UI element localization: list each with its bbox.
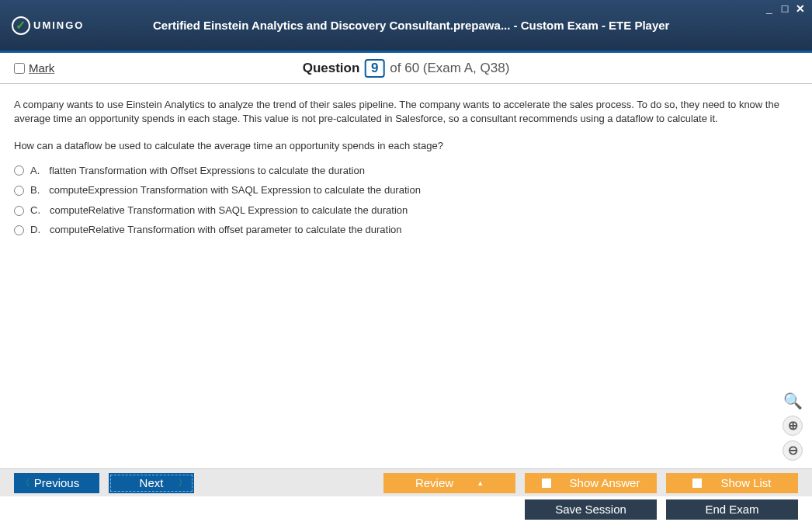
- show-answer-label: Show Answer: [570, 476, 640, 489]
- zoom-in-icon[interactable]: ⊕: [783, 416, 803, 436]
- question-number[interactable]: 9: [365, 59, 384, 78]
- question-content: A company wants to use Einstein Analytic…: [0, 84, 812, 468]
- next-label: Next: [140, 476, 164, 489]
- app-logo: ✓ UMINGO: [12, 16, 84, 35]
- search-icon[interactable]: 🔍: [783, 391, 803, 411]
- chevron-right-icon: 〉: [178, 476, 188, 490]
- window-title: Certified Einstein Analytics and Discove…: [115, 19, 707, 32]
- previous-button[interactable]: 〈 Previous: [14, 473, 99, 493]
- show-list-label: Show List: [720, 476, 771, 489]
- question-suffix: of 60 (Exam A, Q38): [390, 61, 509, 75]
- option-text: flatten Transformation with Offset Expre…: [49, 164, 365, 178]
- question-indicator: Question 9 of 60 (Exam A, Q38): [303, 59, 510, 78]
- nav-button-bar: 〈 Previous Next 〉 Review Show Answer Sho…: [0, 468, 812, 496]
- option-a[interactable]: A. flatten Transformation with Offset Ex…: [14, 164, 798, 178]
- zoom-controls: 🔍 ⊕ ⊖: [783, 391, 803, 461]
- save-session-button[interactable]: Save Session: [525, 499, 657, 520]
- question-prompt: How can a dataflow be used to calculate …: [14, 139, 798, 153]
- option-text: computeRelative Transformation with SAQL…: [50, 204, 408, 218]
- question-header-bar: Mark Question 9 of 60 (Exam A, Q38): [0, 53, 812, 84]
- mark-checkbox[interactable]: [14, 63, 25, 74]
- end-exam-button[interactable]: End Exam: [666, 499, 798, 520]
- option-radio[interactable]: [14, 206, 24, 216]
- option-letter: C.: [30, 204, 40, 218]
- option-radio[interactable]: [14, 186, 24, 196]
- minimize-icon[interactable]: _: [764, 3, 775, 14]
- option-b[interactable]: B. computeExpression Transformation with…: [14, 183, 798, 197]
- maximize-icon[interactable]: □: [779, 3, 790, 14]
- option-text: computeRelative Transformation with offs…: [50, 223, 402, 237]
- option-radio[interactable]: [14, 225, 24, 235]
- close-icon[interactable]: ✕: [795, 3, 806, 14]
- option-text: computeExpression Transformation with SA…: [49, 183, 421, 197]
- zoom-out-icon[interactable]: ⊖: [783, 440, 803, 461]
- end-exam-label: End Exam: [705, 503, 758, 516]
- mark-label: Mark: [29, 61, 54, 75]
- logo-check-icon: ✓: [12, 16, 30, 35]
- show-list-button[interactable]: Show List: [666, 473, 798, 493]
- review-button[interactable]: Review: [383, 473, 515, 493]
- mark-checkbox-container[interactable]: Mark: [14, 61, 54, 75]
- option-letter: D.: [30, 223, 40, 237]
- question-label: Question: [303, 61, 360, 75]
- option-letter: B.: [30, 183, 40, 197]
- logo-text: UMINGO: [33, 19, 84, 31]
- option-radio[interactable]: [14, 165, 24, 176]
- show-answer-checkbox[interactable]: [542, 478, 551, 488]
- options-list: A. flatten Transformation with Offset Ex…: [14, 164, 798, 237]
- show-answer-button[interactable]: Show Answer: [525, 473, 657, 493]
- window-controls: _ □ ✕: [764, 3, 806, 14]
- session-button-bar: Save Session End Exam: [0, 496, 812, 522]
- option-d[interactable]: D. computeRelative Transformation with o…: [14, 223, 798, 237]
- option-c[interactable]: C. computeRelative Transformation with S…: [14, 204, 798, 218]
- option-letter: A.: [30, 164, 40, 178]
- show-list-checkbox[interactable]: [692, 478, 702, 488]
- previous-label: Previous: [34, 476, 79, 489]
- chevron-left-icon: 〈: [20, 476, 30, 490]
- save-session-label: Save Session: [555, 503, 626, 516]
- question-body: A company wants to use Einstein Analytic…: [14, 98, 798, 125]
- title-bar: _ □ ✕ ✓ UMINGO Certified Einstein Analyt…: [0, 0, 812, 53]
- next-button[interactable]: Next 〉: [109, 473, 194, 493]
- review-label: Review: [415, 476, 453, 489]
